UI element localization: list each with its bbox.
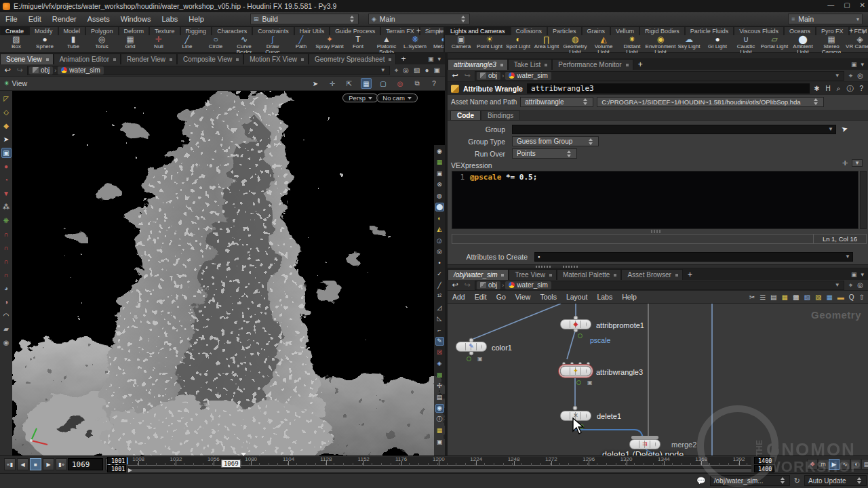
vex-options-icon[interactable]: ✛ — [842, 159, 848, 167]
template-icon[interactable]: ▩ — [435, 370, 444, 379]
panel-icon[interactable]: ▤ — [861, 459, 868, 470]
light-normal-icon[interactable]: ◐ — [435, 214, 444, 222]
rect-select-icon[interactable]: ◇ — [1, 107, 12, 117]
network-canvas[interactable]: Geometry ◆ attr — [448, 304, 868, 455]
motion-curve-icon[interactable]: ∿ — [840, 459, 850, 470]
shelf-tool[interactable]: ○ Circle — [201, 35, 230, 49]
dots-grid-icon[interactable]: ▩ — [793, 293, 799, 301]
pin-icon[interactable]: ⌖ — [849, 281, 853, 289]
shelf-tool[interactable]: ▦ Stereo Camera — [817, 35, 846, 53]
menu-item[interactable]: Assets — [82, 14, 115, 24]
shelf-tool[interactable]: ● Sphere — [31, 35, 59, 49]
path-dropdown-icon[interactable]: ▼ — [835, 282, 842, 288]
info-icon[interactable]: ⓘ — [435, 415, 444, 424]
network-menu-item[interactable]: Labs — [592, 292, 617, 302]
network-menu-item[interactable]: Layout — [561, 292, 593, 302]
audio-icon[interactable]: ◖ — [850, 459, 861, 470]
main-menu-selector[interactable]: ≡ Main ▾ — [788, 14, 863, 24]
no-render-icon[interactable]: ☒ — [435, 348, 444, 357]
memory-icon[interactable]: ◉ — [1, 338, 12, 348]
shade-mode-icon[interactable]: ◕ — [1, 283, 12, 293]
shelf-tab[interactable]: Constraints — [252, 26, 294, 35]
display-stand-icon[interactable]: ◠ — [1, 310, 12, 321]
path-node-chip[interactable]: water_sim — [505, 72, 551, 80]
attributes-input[interactable]: ▪ ▼ — [534, 252, 853, 262]
menu-item[interactable]: Labs — [156, 14, 183, 24]
path-root-chip[interactable]: obj — [29, 66, 53, 75]
pin-icon[interactable]: ⌖ — [395, 66, 399, 75]
shelf-tool[interactable]: ▲ Platonic Solids — [372, 35, 401, 53]
select-arrow-icon[interactable]: ➤ — [310, 78, 321, 89]
path-dropdown-icon[interactable]: ▼ — [380, 67, 388, 73]
secure-selection-icon[interactable]: ▣ — [1, 148, 12, 158]
maximize-button[interactable]: ▢ — [844, 1, 850, 9]
code-resize-grip[interactable] — [651, 230, 660, 233]
shelf-tool[interactable]: ● Metaball — [429, 35, 443, 49]
code-vscrollbar[interactable] — [860, 171, 867, 229]
shelf-tool[interactable]: ☁ Sky Light — [675, 35, 703, 49]
shelf-tool[interactable]: ╱ Path — [287, 35, 315, 49]
shelf-tool[interactable]: ◎ Torus — [87, 35, 116, 49]
shade-sphere-icon[interactable]: ● — [425, 66, 429, 74]
shelf-overflow-icon[interactable]: ▼ — [861, 28, 867, 35]
pane-maximize-icon[interactable]: ▣ — [428, 56, 434, 62]
taskbar-icon[interactable]: ▬ — [837, 293, 844, 301]
pane-tab[interactable]: Motion FX View — [243, 54, 309, 64]
viewport-3d[interactable]: Persp No cam ◉▦▣⊗◍⬤◐◭◶◎•✓╱¹²◿◺⌐✎☒◈▩✣▤◉ⓘ▦… — [12, 91, 445, 455]
param-tab[interactable]: Bindings — [481, 110, 520, 120]
flag-icon[interactable]: ▦ — [826, 293, 832, 301]
pane-tab[interactable]: Composite View — [177, 54, 243, 64]
jump-start-button[interactable]: «▮ — [4, 458, 16, 470]
path-field[interactable]: obj › water_sim ▼ — [475, 281, 844, 290]
playback-range-bar[interactable] — [127, 468, 751, 473]
select-geometry-icon[interactable]: ◔ — [1, 175, 12, 185]
vex-code-editor[interactable]: 1@pscale *= 0.5; — [452, 171, 859, 229]
pane-tab[interactable]: Take List — [508, 59, 552, 70]
network-menu-item[interactable]: Go — [492, 292, 511, 302]
shelf-tool[interactable]: ╱ Line — [173, 35, 201, 49]
group-input[interactable]: ▼ — [512, 125, 836, 134]
note-icon[interactable]: ▨ — [815, 293, 821, 301]
hda-icon[interactable]: H — [826, 85, 831, 92]
pane-tab[interactable]: Material Palette — [557, 269, 621, 280]
shelf-tab[interactable]: Deform — [119, 26, 150, 35]
reflections-icon[interactable]: ◎ — [435, 247, 444, 256]
node-merge2[interactable]: ⇉ — [629, 439, 660, 449]
asset-name-dropdown[interactable]: attribwrangle — [520, 97, 593, 107]
fan-icon[interactable]: ✣ — [435, 382, 444, 390]
select-mode-icon[interactable]: ➤ — [1, 134, 12, 144]
menu-item[interactable]: Edit — [23, 14, 47, 24]
help-icon[interactable]: ? — [429, 78, 439, 89]
desktop-spinner[interactable] — [349, 15, 355, 23]
shelf-tool[interactable]: ❋ L-System — [401, 35, 429, 49]
gear-icon[interactable]: ✱ — [814, 85, 819, 92]
shelf-tool[interactable]: ▧ Box — [2, 35, 31, 49]
tools-icon[interactable]: ✂ — [749, 293, 755, 301]
persp-badge[interactable]: Persp — [342, 94, 378, 102]
shelf-tool[interactable]: ▱ Portal Light — [760, 35, 789, 49]
display-hooks-icon[interactable]: ✓ — [435, 270, 444, 279]
shelf-tool[interactable]: ∿ Curve Bezier — [230, 35, 258, 53]
shadows-icon[interactable]: ◶ — [435, 236, 444, 245]
close-button[interactable]: ✕ — [860, 1, 865, 9]
grid-toggle-icon[interactable]: ▦ — [435, 158, 444, 167]
shelf-tool[interactable]: ☀ Point Light — [475, 35, 504, 49]
shelf-tab[interactable]: Hair Utils — [294, 26, 330, 35]
shelf-tool[interactable]: ∪ Caustic Light — [732, 35, 760, 53]
shelf-tab[interactable]: Create — [0, 26, 29, 35]
no-cam-badge[interactable]: No cam — [376, 94, 418, 102]
attributes-dropdown-icon[interactable]: ▼ — [845, 253, 852, 260]
shelf-tool[interactable]: ✛ Null — [144, 35, 173, 49]
recook-icon[interactable]: ↻ — [794, 476, 800, 485]
playback-start-field[interactable]: 1001 — [107, 465, 126, 472]
range-start-field[interactable]: 1001 — [107, 457, 126, 464]
shelf-tab[interactable]: Oceans — [784, 26, 816, 35]
list-icon[interactable]: ▤ — [770, 293, 776, 301]
shelf-add-tab-button[interactable]: + — [412, 26, 425, 35]
grid-yellow-icon[interactable]: ▦ — [435, 426, 444, 435]
keyframe-options-icon[interactable]: ❖ — [807, 459, 818, 470]
edit-mode-icon[interactable]: ✎ — [435, 337, 444, 346]
select-objects-icon[interactable]: ● — [1, 161, 12, 171]
shelf-tab[interactable]: Viscous Fluids — [734, 26, 784, 35]
radialmenu-selector[interactable]: ◈ Main — [368, 14, 470, 24]
